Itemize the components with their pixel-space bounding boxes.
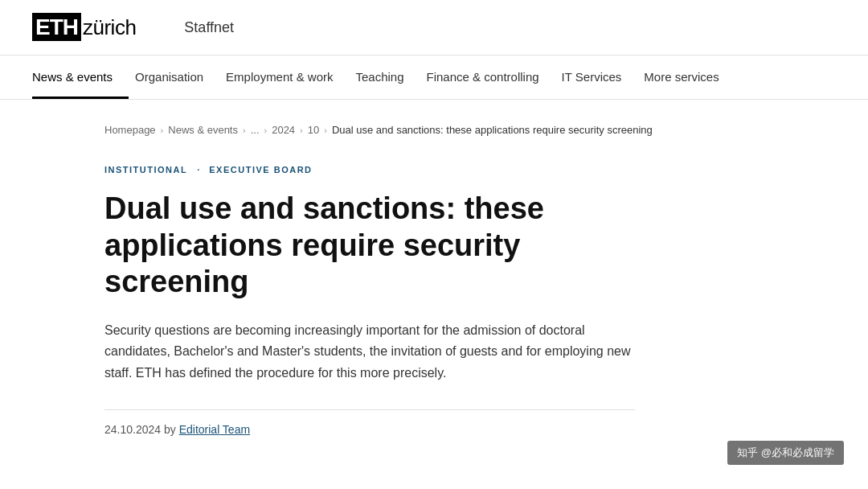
tag-institutional[interactable]: INSTITUTIONAL bbox=[104, 165, 187, 175]
nav-item-teaching[interactable]: Teaching bbox=[355, 55, 420, 99]
main-content: Homepage › News & events › ... › 2024 › … bbox=[72, 100, 796, 468]
nav-item-organisation[interactable]: Organisation bbox=[135, 55, 219, 99]
article-author-link[interactable]: Editorial Team bbox=[179, 423, 250, 436]
page-header: ETH zürich Staffnet bbox=[0, 0, 868, 55]
article-meta: 24.10.2024 by Editorial Team bbox=[104, 409, 635, 436]
article-tags: INSTITUTIONAL · EXECUTIVE BOARD bbox=[104, 165, 764, 175]
breadcrumb-current: Dual use and sanctions: these applicatio… bbox=[332, 124, 653, 136]
breadcrumb-sep-2: › bbox=[243, 125, 246, 135]
breadcrumb-sep-3: › bbox=[264, 125, 268, 135]
breadcrumb-ellipsis[interactable]: ... bbox=[251, 124, 260, 136]
staffnet-label: Staffnet bbox=[184, 19, 234, 36]
nav-item-news-events[interactable]: News & events bbox=[32, 55, 129, 99]
article-description: Security questions are becoming increasi… bbox=[104, 320, 635, 384]
breadcrumb-news-events[interactable]: News & events bbox=[168, 124, 238, 136]
breadcrumb-sep-1: › bbox=[161, 125, 164, 135]
main-nav: News & events Organisation Employment & … bbox=[0, 55, 868, 100]
nav-item-employment[interactable]: Employment & work bbox=[226, 55, 349, 99]
breadcrumb-sep-4: › bbox=[300, 125, 303, 135]
nav-item-it-services[interactable]: IT Services bbox=[562, 55, 638, 99]
breadcrumb-year[interactable]: 2024 bbox=[272, 124, 295, 136]
logo[interactable]: ETH zürich bbox=[32, 14, 136, 40]
article-date: 24.10.2024 bbox=[104, 423, 161, 436]
nav-item-more-services[interactable]: More services bbox=[644, 55, 735, 99]
breadcrumb-sep-5: › bbox=[324, 125, 327, 135]
breadcrumb: Homepage › News & events › ... › 2024 › … bbox=[104, 124, 764, 136]
breadcrumb-homepage[interactable]: Homepage bbox=[104, 124, 156, 136]
article-by-text: by bbox=[164, 423, 176, 436]
breadcrumb-month[interactable]: 10 bbox=[308, 124, 319, 136]
tag-separator: · bbox=[197, 165, 199, 175]
nav-item-finance[interactable]: Finance & controlling bbox=[427, 55, 555, 99]
tag-executive-board[interactable]: EXECUTIVE BOARD bbox=[209, 165, 312, 175]
eth-logo-text: ETH bbox=[32, 14, 81, 40]
zurich-logo-text: zürich bbox=[83, 15, 136, 40]
article-title: Dual use and sanctions: these applicatio… bbox=[104, 191, 667, 301]
